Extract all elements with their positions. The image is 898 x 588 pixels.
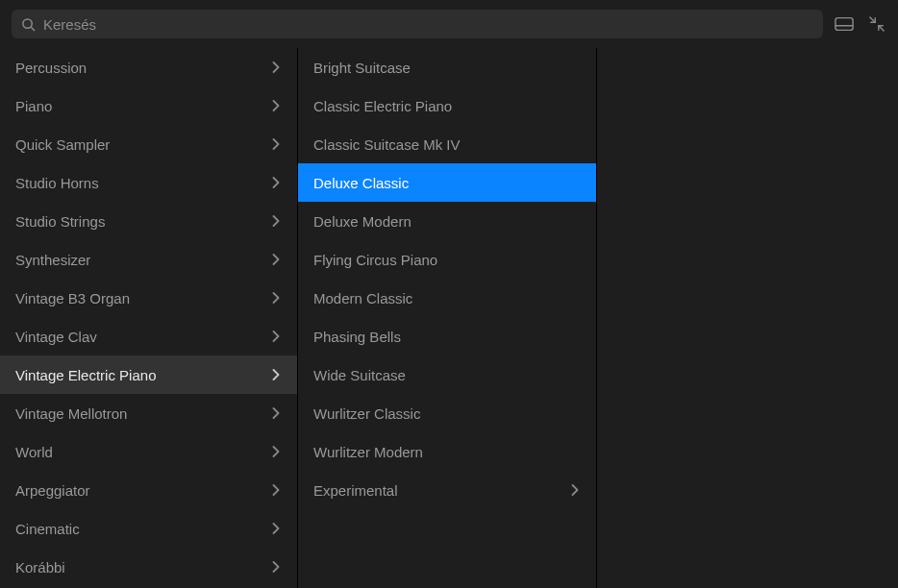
preset-item[interactable]: Wurlitzer Modern bbox=[298, 432, 596, 471]
category-item[interactable]: Percussion bbox=[0, 48, 297, 86]
svg-line-5 bbox=[879, 26, 884, 31]
category-item[interactable]: Vintage Mellotron bbox=[0, 394, 297, 432]
topbar-controls bbox=[835, 16, 886, 32]
svg-line-1 bbox=[31, 27, 35, 31]
category-column: PercussionPianoQuick SamplerStudio Horns… bbox=[0, 48, 298, 588]
chevron-right-icon bbox=[272, 177, 280, 188]
category-item[interactable]: Quick Sampler bbox=[0, 125, 297, 163]
category-item[interactable]: Vintage B3 Organ bbox=[0, 279, 297, 317]
preset-item[interactable]: Wurlitzer Classic bbox=[298, 394, 596, 432]
category-item[interactable]: Arpeggiator bbox=[0, 471, 297, 509]
category-item-label: Arpeggiator bbox=[15, 482, 90, 499]
category-item-label: Cinematic bbox=[15, 521, 80, 537]
search-icon bbox=[21, 17, 36, 32]
preset-item[interactable]: Phasing Bells bbox=[298, 317, 596, 355]
search-box[interactable] bbox=[12, 10, 823, 38]
preset-item-label: Wurlitzer Modern bbox=[313, 444, 423, 460]
chevron-right-icon bbox=[272, 446, 280, 457]
category-item[interactable]: Cinematic bbox=[0, 509, 297, 548]
preset-item[interactable]: Flying Circus Piano bbox=[298, 240, 596, 279]
chevron-right-icon bbox=[272, 138, 280, 150]
preset-item[interactable]: Bright Suitcase bbox=[298, 48, 596, 86]
svg-rect-2 bbox=[836, 18, 853, 31]
category-item[interactable]: Vintage Clav bbox=[0, 317, 297, 355]
category-item-label: Studio Horns bbox=[15, 175, 99, 191]
category-item[interactable]: World bbox=[0, 432, 297, 471]
preset-item[interactable]: Classic Suitcase Mk IV bbox=[298, 125, 596, 163]
preset-item[interactable]: Classic Electric Piano bbox=[298, 86, 596, 125]
preset-item-label: Deluxe Modern bbox=[313, 213, 412, 230]
chevron-right-icon bbox=[272, 61, 280, 73]
category-item-label: Korábbi bbox=[15, 559, 65, 576]
chevron-right-icon bbox=[272, 215, 280, 227]
category-item[interactable]: Vintage Electric Piano bbox=[0, 355, 297, 394]
detail-column bbox=[597, 48, 898, 588]
chevron-right-icon bbox=[272, 292, 280, 304]
svg-point-0 bbox=[23, 18, 32, 27]
category-item-label: Vintage Mellotron bbox=[15, 405, 127, 422]
chevron-right-icon bbox=[571, 484, 579, 496]
preset-item-label: Wurlitzer Classic bbox=[313, 405, 420, 422]
chevron-right-icon bbox=[272, 561, 280, 573]
chevron-right-icon bbox=[272, 484, 280, 496]
preset-item[interactable]: Deluxe Classic bbox=[298, 163, 596, 202]
collapse-icon[interactable] bbox=[867, 16, 886, 32]
category-item[interactable]: Piano bbox=[0, 86, 297, 125]
category-item-label: Vintage Clav bbox=[15, 329, 97, 345]
chevron-right-icon bbox=[272, 331, 280, 342]
category-item-label: Vintage Electric Piano bbox=[15, 367, 156, 383]
category-item[interactable]: Studio Horns bbox=[0, 163, 297, 202]
preset-item[interactable]: Modern Classic bbox=[298, 279, 596, 317]
category-item-label: Quick Sampler bbox=[15, 136, 110, 153]
preset-item-label: Deluxe Classic bbox=[313, 175, 409, 191]
preset-item-label: Bright Suitcase bbox=[313, 60, 411, 76]
category-item-label: Synthesizer bbox=[15, 252, 90, 268]
preset-item[interactable]: Deluxe Modern bbox=[298, 202, 596, 240]
panel-toggle-icon[interactable] bbox=[835, 16, 854, 32]
category-item[interactable]: Korábbi bbox=[0, 548, 297, 586]
chevron-right-icon bbox=[272, 100, 280, 111]
category-item-label: Piano bbox=[15, 98, 52, 114]
preset-column: Bright SuitcaseClassic Electric PianoCla… bbox=[298, 48, 597, 588]
category-item-label: World bbox=[15, 444, 53, 460]
chevron-right-icon bbox=[272, 523, 280, 534]
browser-columns: PercussionPianoQuick SamplerStudio Horns… bbox=[0, 48, 898, 588]
category-item[interactable]: Synthesizer bbox=[0, 240, 297, 279]
category-item-label: Vintage B3 Organ bbox=[15, 290, 130, 306]
category-item[interactable]: Studio Strings bbox=[0, 202, 297, 240]
chevron-right-icon bbox=[272, 254, 280, 265]
svg-line-4 bbox=[870, 17, 875, 22]
preset-item-label: Wide Suitcase bbox=[313, 367, 406, 383]
category-item-label: Studio Strings bbox=[15, 213, 105, 230]
preset-item-label: Phasing Bells bbox=[313, 329, 401, 345]
category-item-label: Percussion bbox=[15, 60, 87, 76]
topbar bbox=[0, 0, 898, 48]
preset-item[interactable]: Wide Suitcase bbox=[298, 355, 596, 394]
preset-item-label: Flying Circus Piano bbox=[313, 252, 437, 268]
preset-item[interactable]: Experimental bbox=[298, 471, 596, 509]
chevron-right-icon bbox=[272, 407, 280, 419]
search-input[interactable] bbox=[43, 16, 813, 33]
preset-item-label: Classic Suitcase Mk IV bbox=[313, 136, 461, 153]
chevron-right-icon bbox=[272, 369, 280, 380]
preset-item-label: Modern Classic bbox=[313, 290, 412, 306]
preset-item-label: Experimental bbox=[313, 482, 398, 499]
preset-item-label: Classic Electric Piano bbox=[313, 98, 452, 114]
